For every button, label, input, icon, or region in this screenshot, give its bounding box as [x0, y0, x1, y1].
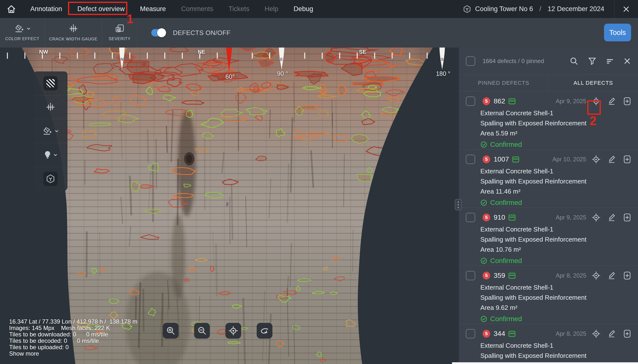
compass-tick [392, 52, 393, 59]
recenter-button[interactable] [226, 323, 241, 339]
home-button[interactable] [0, 0, 23, 18]
edit-defect-icon[interactable] [608, 155, 616, 164]
defect-checkbox[interactable] [466, 329, 475, 338]
defect-status: Confirmed [480, 257, 632, 265]
sort-icon[interactable] [606, 57, 614, 65]
locate-defect-icon[interactable] [592, 329, 600, 338]
locate-defect-icon[interactable] [592, 155, 600, 164]
compass-tick [164, 52, 165, 59]
locate-defect-icon[interactable] [592, 271, 600, 280]
model-cube-icon [46, 174, 55, 183]
confirmed-check-icon [480, 316, 487, 322]
confirmed-check-icon [480, 199, 487, 206]
close-icon [622, 6, 630, 13]
light-bulb-icon [44, 150, 51, 159]
defect-checkbox[interactable] [466, 96, 475, 106]
close-app-button[interactable] [614, 0, 638, 18]
color-effect-panel-button[interactable] [34, 119, 68, 143]
model-viewport[interactable]: NWNESEN60°E90 °S180 ° [0, 48, 459, 364]
defect-area: Area 11.46 m² [480, 188, 632, 196]
status-line: Tiles to be downloaded: 0 0 ms/tile [9, 331, 137, 338]
target-icon [228, 326, 238, 336]
orbit-icon [260, 326, 270, 335]
breadcrumb-separator: / [538, 5, 544, 13]
crack-width-gauge-button[interactable]: CRACK WIDTH GAUGE [45, 18, 102, 48]
edit-defect-icon[interactable] [608, 330, 616, 338]
defect-type: Spalling with Exposed Reinforcement [480, 177, 632, 186]
annotation-digit-2: 2 [590, 114, 596, 128]
defect-area: Area 9.62 m² [480, 304, 632, 312]
add-defect-icon[interactable] [623, 213, 632, 222]
severity-badge: 5 [482, 214, 490, 222]
locate-defect-icon[interactable] [592, 213, 600, 222]
nav-tab-annotation[interactable]: Annotation [23, 0, 70, 18]
add-defect-icon[interactable] [623, 155, 632, 164]
model-view-button[interactable] [34, 167, 68, 190]
show-more-link[interactable]: Show more [9, 350, 137, 357]
annotation-box-1 [68, 2, 127, 15]
defects-toggle[interactable] [151, 29, 166, 36]
defect-checkbox[interactable] [466, 271, 475, 280]
crack-gauge-icon [46, 102, 55, 112]
status-line: Images: 145 Mpx Mesh faces: 222 K [9, 325, 137, 331]
defect-date: Apr 9, 2025 [556, 214, 586, 221]
defect-date: Apr 9, 2025 [556, 98, 586, 105]
edit-defect-icon[interactable] [608, 97, 616, 106]
search-icon[interactable] [570, 57, 578, 66]
defect-card[interactable]: 5 359 Apr 8, 2025 [459, 266, 638, 324]
edit-defect-icon[interactable] [608, 213, 616, 222]
severity-badge: 5 [482, 97, 490, 105]
compass-pin-n: N [119, 48, 125, 70]
add-defect-icon[interactable] [623, 329, 632, 338]
sidebar-resize-handle[interactable] [455, 199, 462, 210]
crack-gauge-panel-button[interactable] [34, 95, 68, 119]
nav-tab-comments[interactable]: Comments [174, 0, 221, 18]
texture-mode-button[interactable] [34, 72, 68, 95]
defect-card[interactable]: 5 344 Apr 8, 2025 [459, 324, 638, 364]
defect-card[interactable]: 5 1007 Apr 10, 2025 [459, 150, 638, 208]
defect-card[interactable]: 5 910 Apr 9, 2025 [459, 208, 638, 266]
select-all-checkbox[interactable] [466, 56, 475, 66]
viewer-position-marker [226, 202, 230, 207]
nav-tab-debug[interactable]: Debug [286, 0, 321, 18]
defect-date: Apr 8, 2025 [556, 272, 586, 279]
defect-type: Spalling with Exposed Reinforcement [480, 294, 632, 302]
compass-tick [304, 52, 305, 59]
compass-tick [147, 52, 148, 59]
toggle-knob [157, 28, 166, 37]
orbit-button[interactable] [257, 323, 272, 339]
compass-tick [322, 52, 323, 59]
add-defect-icon[interactable] [623, 97, 632, 106]
project-breadcrumb[interactable]: Cooling Tower No 6 / 12 December 2024 [463, 5, 614, 13]
nav-tab-help[interactable]: Help [257, 0, 286, 18]
zoom-in-button[interactable] [163, 323, 178, 339]
project-name: Cooling Tower No 6 [475, 5, 533, 13]
filter-icon[interactable] [588, 57, 596, 66]
defect-card[interactable]: 5 862 Apr 9, 2025 [459, 91, 638, 150]
nav-tab-tickets[interactable]: Tickets [221, 0, 257, 18]
compass-tick [374, 52, 375, 59]
zoom-out-button[interactable] [194, 323, 210, 339]
tab-all-defects[interactable]: ALL DEFECTS [548, 75, 638, 91]
status-line: Tiles to be decoded: 0 0 ms/tile [9, 338, 137, 344]
pin-letter: S [439, 58, 445, 62]
compass-degree-label: 90 ° [268, 70, 297, 77]
tab-pinned-defects[interactable]: PINNED DEFECTS [459, 75, 548, 91]
defect-checkbox[interactable] [466, 155, 475, 164]
paint-bucket-icon [14, 24, 24, 33]
close-panel-icon[interactable] [623, 57, 631, 65]
compass-tick [409, 52, 410, 59]
defect-id: 1007 [494, 156, 509, 163]
defect-checkbox[interactable] [466, 213, 475, 222]
color-effect-button[interactable]: COLOR EFFECT [0, 18, 45, 48]
defect-status: Confirmed [480, 199, 632, 207]
defect-status: Confirmed [480, 141, 632, 148]
lighting-button[interactable] [34, 143, 68, 167]
model-cube-icon [463, 5, 471, 13]
nav-tab-measure[interactable]: Measure [132, 0, 174, 18]
chevron-down-icon [54, 154, 57, 156]
tools-button[interactable]: Tools [604, 24, 631, 41]
add-defect-icon[interactable] [623, 271, 632, 280]
defect-status-label: Confirmed [490, 257, 522, 265]
edit-defect-icon[interactable] [608, 272, 616, 280]
